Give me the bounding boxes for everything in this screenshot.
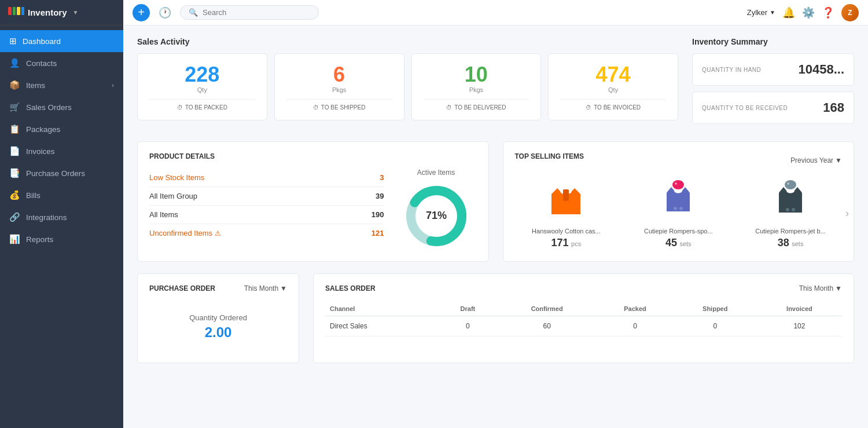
inventory-summary-section: Inventory Summary QUANTITY IN HAND 10458… <box>692 37 854 130</box>
packed-label: ⏱ TO BE PACKED <box>177 104 227 111</box>
sidebar-item-contacts[interactable]: 👤 Contacts <box>0 52 123 74</box>
sidebar-item-label: Reports <box>26 235 53 244</box>
packed-divider <box>149 99 255 100</box>
quantity-in-hand-card[interactable]: QUANTITY IN HAND 10458... <box>692 53 854 86</box>
low-stock-row[interactable]: Low Stock Items 3 <box>149 169 384 187</box>
product-details-content: Low Stock Items 3 All Item Group 39 All … <box>149 169 477 251</box>
app-name: Inventory <box>28 8 67 17</box>
sales-order-title: SALES ORDER <box>325 284 376 292</box>
sidebar-item-label: Contacts <box>26 59 57 68</box>
clock-icon: ⏱ <box>446 104 452 111</box>
quantity-in-hand-value: 10458... <box>798 62 844 77</box>
sidebar-item-purchase-orders[interactable]: 📑 Purchase Orders <box>0 162 123 184</box>
user-avatar[interactable]: Z <box>841 4 859 21</box>
sidebar-item-items[interactable]: 📦 Items › <box>0 74 123 96</box>
bills-icon: 💰 <box>9 190 20 200</box>
ts-item-3-qty: 38 <box>778 237 789 248</box>
so-invoiced: 102 <box>757 316 842 336</box>
clock-icon: ⏱ <box>177 104 183 111</box>
activity-card-delivered[interactable]: 10 Pkgs ⏱ TO BE DELIVERED <box>411 53 542 120</box>
sidebar-item-reports[interactable]: 📊 Reports <box>0 228 123 250</box>
sidebar-nav: ⊞ Dashboard 👤 Contacts 📦 Items › 🛒 Sales… <box>0 25 123 428</box>
donut-chart: Active Items 71% <box>396 169 477 251</box>
activity-card-shipped[interactable]: 6 Pkgs ⏱ TO BE SHIPPED <box>274 53 404 120</box>
product-details-card: PRODUCT DETAILS Low Stock Items 3 All It… <box>137 141 489 262</box>
invoiced-unit: Qty <box>608 86 618 93</box>
shipped-divider <box>286 99 392 100</box>
so-col-draft: Draft <box>439 302 497 316</box>
contacts-icon: 👤 <box>9 58 20 68</box>
all-item-group-row: All Item Group 39 <box>149 187 384 206</box>
top-selling-title: TOP SELLING ITEMS <box>515 152 584 160</box>
quantity-to-receive-card[interactable]: QUANTITY TO BE RECEIVED 168 <box>692 92 854 124</box>
dashboard-icon: ⊞ <box>9 36 17 46</box>
activity-card-packed[interactable]: 228 Qty ⏱ TO BE PACKED <box>137 53 267 120</box>
donut-svg: 71% <box>402 181 471 251</box>
clock-icon: ⏱ <box>586 104 591 111</box>
ts-item-2[interactable]: Cutiepie Rompers-spo... 45 sets <box>627 177 730 249</box>
history-button[interactable]: 🕐 <box>157 5 173 21</box>
so-col-channel: Channel <box>325 302 439 316</box>
top-selling-card: TOP SELLING ITEMS Previous Year ▼ <box>503 141 855 262</box>
search-input[interactable] <box>203 8 310 17</box>
app-chevron-icon[interactable]: ▼ <box>73 9 79 16</box>
all-items-value: 190 <box>372 210 384 219</box>
shipped-unit: Pkgs <box>332 86 346 93</box>
sidebar-item-label: Packages <box>26 125 60 134</box>
sidebar-item-invoices[interactable]: 📄 Invoices <box>0 140 123 162</box>
ts-next-arrow-icon[interactable]: › <box>845 207 849 219</box>
app-logo[interactable]: Inventory ▼ <box>8 7 78 19</box>
sidebar-item-label: Purchase Orders <box>26 169 85 178</box>
sales-order-card: SALES ORDER This Month ▼ Channel Draft C… <box>313 273 854 363</box>
filter-chevron-icon: ▼ <box>835 156 842 164</box>
svg-point-11 <box>786 208 789 211</box>
sidebar-item-sales-orders[interactable]: 🛒 Sales Orders <box>0 96 123 118</box>
sales-order-filter[interactable]: This Month ▼ <box>799 284 842 292</box>
ts-item-1-qty: 171 <box>551 237 569 248</box>
po-qty-value: 2.00 <box>149 324 287 341</box>
sidebar-item-integrations[interactable]: 🔗 Integrations <box>0 206 123 228</box>
donut-title: Active Items <box>417 169 455 177</box>
po-filter-chevron-icon: ▼ <box>280 284 287 292</box>
sidebar-item-label: Items <box>26 81 45 90</box>
invoiced-label: ⏱ TO BE INVOICED <box>586 104 641 111</box>
sidebar-header: Inventory ▼ <box>0 0 123 25</box>
table-row: Direct Sales 0 60 0 0 102 <box>325 316 842 336</box>
purchase-order-filter[interactable]: This Month ▼ <box>244 284 287 292</box>
ts-item-1-name: Hanswooly Cotton cas... <box>532 228 601 235</box>
so-filter-chevron-icon: ▼ <box>835 284 842 292</box>
purchase-orders-icon: 📑 <box>9 168 20 178</box>
settings-icon[interactable]: ⚙️ <box>802 6 815 19</box>
so-col-confirmed: Confirmed <box>497 302 597 316</box>
top-selling-filter[interactable]: Previous Year ▼ <box>790 156 842 164</box>
sidebar: Inventory ▼ ⊞ Dashboard 👤 Contacts 📦 Ite… <box>0 0 123 428</box>
svg-point-14 <box>787 182 789 185</box>
add-button[interactable]: + <box>133 4 150 21</box>
ts-item-3-image <box>767 177 814 223</box>
all-item-group-value: 39 <box>376 192 384 200</box>
notifications-icon[interactable]: 🔔 <box>782 6 795 19</box>
sales-orders-icon: 🛒 <box>9 102 20 112</box>
activity-card-invoiced[interactable]: 474 Qty ⏱ TO BE INVOICED <box>548 53 678 120</box>
sidebar-item-bills[interactable]: 💰 Bills <box>0 184 123 206</box>
sidebar-item-packages[interactable]: 📋 Packages <box>0 118 123 140</box>
sidebar-item-dashboard[interactable]: ⊞ Dashboard <box>0 30 123 52</box>
search-icon: 🔍 <box>189 8 198 17</box>
help-icon[interactable]: ❓ <box>822 6 834 19</box>
delivered-value: 10 <box>465 63 488 86</box>
ts-item-2-name: Cutiepie Rompers-spo... <box>644 228 713 235</box>
clock-icon: ⏱ <box>313 104 319 111</box>
sales-activity-section: Sales Activity 228 Qty ⏱ TO BE PACKED 6 … <box>137 37 678 130</box>
ts-item-3[interactable]: Cutiepie Rompers-jet b... 38 sets <box>739 177 842 249</box>
svg-point-9 <box>675 182 677 185</box>
user-org-selector[interactable]: Zylker ▼ <box>747 8 775 17</box>
so-col-invoiced: Invoiced <box>757 302 842 316</box>
packed-unit: Qty <box>197 86 207 93</box>
integrations-icon: 🔗 <box>9 212 20 222</box>
so-channel: Direct Sales <box>325 316 439 336</box>
unconfirmed-items-row[interactable]: Unconfirmed Items ⚠ 121 <box>149 224 384 242</box>
svg-point-6 <box>674 207 677 210</box>
ts-item-1[interactable]: Hanswooly Cotton cas... 171 pcs <box>515 177 618 249</box>
sales-order-table: Channel Draft Confirmed Packed Shipped I… <box>325 302 842 336</box>
invoiced-value: 474 <box>596 63 631 86</box>
